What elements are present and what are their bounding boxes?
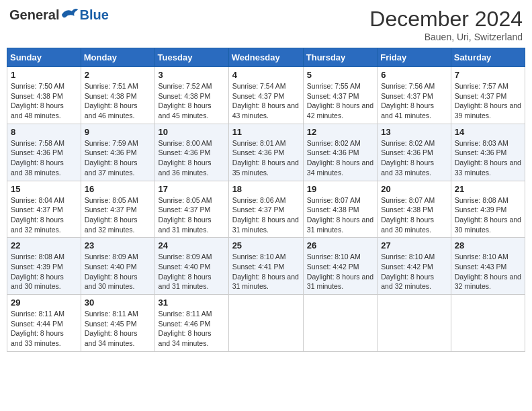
calendar-cell: 10Sunrise: 8:00 AMSunset: 4:36 PMDayligh…	[154, 124, 228, 181]
day-info: Sunrise: 8:02 AMSunset: 4:36 PMDaylight:…	[307, 138, 373, 178]
day-number: 9	[85, 127, 151, 137]
logo-general: General	[9, 7, 59, 23]
calendar-cell: 7Sunrise: 7:57 AMSunset: 4:37 PMDaylight…	[451, 67, 525, 124]
weekday-header-thursday: Thursday	[303, 48, 377, 67]
calendar-cell: 1Sunrise: 7:50 AMSunset: 4:38 PMDaylight…	[7, 67, 81, 124]
calendar-cell	[228, 295, 303, 352]
calendar-cell: 24Sunrise: 8:09 AMSunset: 4:40 PMDayligh…	[154, 238, 228, 295]
calendar-cell: 9Sunrise: 7:59 AMSunset: 4:36 PMDaylight…	[81, 124, 154, 181]
day-info: Sunrise: 7:57 AMSunset: 4:37 PMDaylight:…	[455, 81, 521, 121]
weekday-header-row: SundayMondayTuesdayWednesdayThursdayFrid…	[7, 48, 525, 67]
day-number: 16	[85, 184, 151, 194]
day-info: Sunrise: 8:08 AMSunset: 4:39 PMDaylight:…	[455, 195, 521, 235]
day-number: 21	[455, 184, 521, 194]
calendar-cell: 5Sunrise: 7:55 AMSunset: 4:37 PMDaylight…	[303, 67, 377, 124]
day-number: 3	[159, 70, 225, 80]
logo-bird-icon	[60, 7, 79, 23]
calendar-cell: 6Sunrise: 7:56 AMSunset: 4:37 PMDaylight…	[378, 67, 451, 124]
day-info: Sunrise: 8:10 AMSunset: 4:42 PMDaylight:…	[381, 252, 447, 291]
calendar-cell: 26Sunrise: 8:10 AMSunset: 4:42 PMDayligh…	[303, 238, 377, 295]
title-section: December 2024 Bauen, Uri, Switzerland	[369, 7, 523, 42]
page-header: General Blue December 2024 Bauen, Uri, S…	[7, 7, 525, 42]
day-number: 12	[307, 127, 373, 137]
day-number: 17	[159, 184, 225, 194]
calendar-cell: 17Sunrise: 8:05 AMSunset: 4:37 PMDayligh…	[154, 181, 228, 238]
calendar-cell: 23Sunrise: 8:09 AMSunset: 4:40 PMDayligh…	[81, 238, 154, 295]
day-number: 4	[232, 70, 300, 80]
day-number: 22	[11, 240, 77, 250]
day-number: 6	[381, 70, 447, 80]
day-number: 7	[455, 70, 521, 80]
calendar-cell: 22Sunrise: 8:08 AMSunset: 4:39 PMDayligh…	[7, 238, 81, 295]
calendar-cell: 18Sunrise: 8:06 AMSunset: 4:37 PMDayligh…	[228, 181, 303, 238]
calendar-week-row: 15Sunrise: 8:04 AMSunset: 4:37 PMDayligh…	[7, 181, 525, 238]
location-subtitle: Bauen, Uri, Switzerland	[369, 32, 523, 42]
day-number: 31	[159, 298, 225, 308]
day-number: 26	[307, 240, 373, 250]
calendar-cell: 13Sunrise: 8:02 AMSunset: 4:36 PMDayligh…	[378, 124, 451, 181]
calendar-week-row: 8Sunrise: 7:58 AMSunset: 4:36 PMDaylight…	[7, 124, 525, 181]
calendar-cell: 16Sunrise: 8:05 AMSunset: 4:37 PMDayligh…	[81, 181, 154, 238]
day-info: Sunrise: 7:56 AMSunset: 4:37 PMDaylight:…	[381, 81, 447, 121]
day-info: Sunrise: 8:03 AMSunset: 4:36 PMDaylight:…	[455, 138, 521, 178]
day-number: 25	[232, 240, 300, 250]
day-info: Sunrise: 7:52 AMSunset: 4:38 PMDaylight:…	[159, 81, 225, 121]
day-info: Sunrise: 7:54 AMSunset: 4:37 PMDaylight:…	[232, 81, 300, 121]
day-info: Sunrise: 8:07 AMSunset: 4:38 PMDaylight:…	[381, 195, 447, 235]
calendar-table: SundayMondayTuesdayWednesdayThursdayFrid…	[7, 48, 525, 352]
day-info: Sunrise: 7:55 AMSunset: 4:37 PMDaylight:…	[307, 81, 373, 121]
calendar-week-row: 1Sunrise: 7:50 AMSunset: 4:38 PMDaylight…	[7, 67, 525, 124]
day-info: Sunrise: 8:06 AMSunset: 4:37 PMDaylight:…	[232, 195, 300, 235]
calendar-cell: 19Sunrise: 8:07 AMSunset: 4:38 PMDayligh…	[303, 181, 377, 238]
day-info: Sunrise: 8:05 AMSunset: 4:37 PMDaylight:…	[159, 195, 225, 235]
calendar-cell: 25Sunrise: 8:10 AMSunset: 4:41 PMDayligh…	[228, 238, 303, 295]
day-info: Sunrise: 8:09 AMSunset: 4:40 PMDaylight:…	[85, 252, 151, 291]
calendar-cell: 8Sunrise: 7:58 AMSunset: 4:36 PMDaylight…	[7, 124, 81, 181]
day-number: 14	[455, 127, 521, 137]
day-info: Sunrise: 7:59 AMSunset: 4:36 PMDaylight:…	[85, 138, 151, 178]
calendar-cell: 15Sunrise: 8:04 AMSunset: 4:37 PMDayligh…	[7, 181, 81, 238]
day-number: 27	[381, 240, 447, 250]
day-info: Sunrise: 8:07 AMSunset: 4:38 PMDaylight:…	[307, 195, 373, 235]
day-info: Sunrise: 8:00 AMSunset: 4:36 PMDaylight:…	[159, 138, 225, 178]
calendar-cell: 28Sunrise: 8:10 AMSunset: 4:43 PMDayligh…	[451, 238, 525, 295]
day-number: 2	[85, 70, 151, 80]
day-number: 19	[307, 184, 373, 194]
day-info: Sunrise: 8:11 AMSunset: 4:46 PMDaylight:…	[159, 309, 225, 349]
day-number: 5	[307, 70, 373, 80]
day-number: 30	[85, 298, 151, 308]
day-number: 18	[232, 184, 300, 194]
day-number: 24	[159, 240, 225, 250]
calendar-cell: 27Sunrise: 8:10 AMSunset: 4:42 PMDayligh…	[378, 238, 451, 295]
day-info: Sunrise: 8:01 AMSunset: 4:36 PMDaylight:…	[232, 138, 300, 178]
calendar-week-row: 29Sunrise: 8:11 AMSunset: 4:44 PMDayligh…	[7, 295, 525, 352]
day-number: 1	[11, 70, 77, 80]
day-info: Sunrise: 8:08 AMSunset: 4:39 PMDaylight:…	[11, 252, 77, 291]
day-info: Sunrise: 8:05 AMSunset: 4:37 PMDaylight:…	[85, 195, 151, 235]
calendar-cell: 29Sunrise: 8:11 AMSunset: 4:44 PMDayligh…	[7, 295, 81, 352]
logo: General Blue	[9, 7, 109, 23]
calendar-cell: 14Sunrise: 8:03 AMSunset: 4:36 PMDayligh…	[451, 124, 525, 181]
calendar-cell: 30Sunrise: 8:11 AMSunset: 4:45 PMDayligh…	[81, 295, 154, 352]
calendar-cell	[451, 295, 525, 352]
day-number: 28	[455, 240, 521, 250]
day-info: Sunrise: 8:09 AMSunset: 4:40 PMDaylight:…	[159, 252, 225, 291]
day-number: 20	[381, 184, 447, 194]
weekday-header-wednesday: Wednesday	[228, 48, 303, 67]
day-number: 23	[85, 240, 151, 250]
calendar-cell: 21Sunrise: 8:08 AMSunset: 4:39 PMDayligh…	[451, 181, 525, 238]
weekday-header-monday: Monday	[81, 48, 154, 67]
day-number: 11	[232, 127, 300, 137]
calendar-cell: 4Sunrise: 7:54 AMSunset: 4:37 PMDaylight…	[228, 67, 303, 124]
day-info: Sunrise: 8:02 AMSunset: 4:36 PMDaylight:…	[381, 138, 447, 178]
day-info: Sunrise: 8:10 AMSunset: 4:41 PMDaylight:…	[232, 252, 300, 291]
day-info: Sunrise: 8:11 AMSunset: 4:44 PMDaylight:…	[11, 309, 77, 349]
day-info: Sunrise: 7:58 AMSunset: 4:36 PMDaylight:…	[11, 138, 77, 178]
weekday-header-friday: Friday	[378, 48, 451, 67]
day-info: Sunrise: 8:10 AMSunset: 4:43 PMDaylight:…	[455, 252, 521, 291]
calendar-cell: 20Sunrise: 8:07 AMSunset: 4:38 PMDayligh…	[378, 181, 451, 238]
calendar-cell	[378, 295, 451, 352]
weekday-header-sunday: Sunday	[7, 48, 81, 67]
day-info: Sunrise: 7:50 AMSunset: 4:38 PMDaylight:…	[11, 81, 77, 121]
weekday-header-tuesday: Tuesday	[154, 48, 228, 67]
